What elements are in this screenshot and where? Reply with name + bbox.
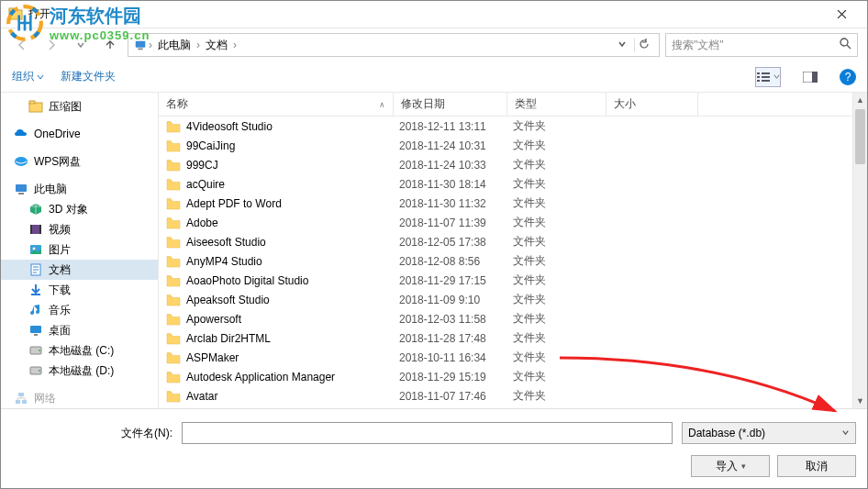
refresh-button[interactable] [634, 39, 653, 52]
sidebar-item[interactable]: 下载 [1, 280, 158, 300]
onedrive-icon [14, 127, 28, 141]
help-button[interactable]: ? [840, 69, 856, 85]
titlebar: 打开 [1, 1, 867, 28]
sidebar-item-label: 本地磁盘 (C:) [49, 343, 114, 359]
sidebar-item[interactable]: 文档 [1, 260, 158, 280]
sidebar-item[interactable]: 本地磁盘 (D:) [1, 361, 158, 381]
sidebar-item[interactable]: 图片 [1, 239, 158, 260]
file-type: 文件夹 [513, 330, 612, 346]
file-row[interactable]: Avatar2018-11-07 17:46文件夹 [159, 386, 852, 406]
sidebar-item[interactable]: WPS网盘 [1, 151, 158, 172]
search-input[interactable]: 搜索"文档" [665, 33, 858, 57]
svg-rect-6 [762, 72, 770, 74]
filetype-select[interactable]: Database (*.db) [682, 422, 856, 444]
recent-dropdown[interactable] [69, 33, 93, 57]
svg-rect-25 [34, 334, 38, 336]
forward-button[interactable] [39, 33, 63, 57]
file-name: acQuire [186, 178, 399, 191]
preview-pane-button[interactable] [797, 67, 823, 87]
file-row[interactable]: 99CaiJing2018-11-24 10:31文件夹 [159, 136, 852, 155]
breadcrumb-sep-icon: › [147, 39, 154, 51]
sidebar-item[interactable]: 桌面 [1, 320, 158, 340]
folder-icon [166, 332, 181, 345]
back-button[interactable] [10, 33, 34, 57]
download-icon [28, 283, 43, 297]
sidebar-item[interactable]: 本地磁盘 (C:) [1, 340, 158, 361]
view-mode-button[interactable] [755, 67, 781, 87]
sidebar-item[interactable]: 视频 [1, 219, 158, 239]
svg-rect-7 [757, 76, 760, 78]
sidebar-item-label: 下载 [49, 283, 71, 298]
svg-rect-9 [757, 80, 760, 82]
file-row[interactable]: AoaoPhoto Digital Studio2018-11-29 17:15… [159, 271, 852, 290]
file-row[interactable]: Apowersoft2018-12-03 11:58文件夹 [159, 309, 852, 328]
column-header-date[interactable]: 修改日期 [394, 93, 507, 116]
file-row[interactable]: Adobe2018-11-07 11:39文件夹 [159, 213, 852, 232]
bottom-panel: 文件名(N): Database (*.db) 导入▾ 取消 [1, 408, 867, 488]
file-name: Arclab Dir2HTML [186, 332, 399, 345]
file-row[interactable]: acQuire2018-11-30 18:14文件夹 [159, 174, 852, 194]
sidebar-item-label: OneDrive [34, 128, 81, 140]
column-headers: 名称∧ 修改日期 类型 大小 [159, 93, 852, 117]
svg-rect-19 [30, 225, 32, 234]
sidebar-item-label: 视频 [49, 222, 71, 238]
sidebar-item[interactable]: 此电脑 [1, 179, 158, 199]
breadcrumb-seg-pc[interactable]: 此电脑 [154, 38, 195, 53]
svg-rect-2 [136, 41, 146, 48]
folder-icon [166, 159, 181, 172]
breadcrumb-sep-icon: › [195, 39, 202, 51]
file-date: 2018-10-11 16:34 [399, 351, 513, 364]
address-dropdown[interactable] [614, 39, 630, 51]
file-name: AoaoPhoto Digital Studio [186, 274, 399, 287]
sidebar-item[interactable]: 音乐 [1, 300, 158, 320]
sidebar-item-label: 桌面 [49, 323, 71, 339]
nav-row: › 此电脑 › 文档 › 搜索"文档" [1, 28, 867, 61]
file-type: 文件夹 [513, 350, 612, 365]
folder-icon [166, 217, 181, 229]
close-button[interactable] [823, 2, 860, 28]
scroll-down-icon[interactable]: ▼ [853, 394, 867, 408]
sidebar-item-label: 文档 [49, 262, 71, 278]
svg-rect-5 [757, 72, 760, 74]
sidebar-item[interactable]: 3D 对象 [1, 199, 158, 219]
new-folder-button[interactable]: 新建文件夹 [61, 69, 116, 84]
chevron-down-icon [37, 73, 44, 81]
sidebar-item[interactable]: 压缩图 [1, 96, 158, 117]
file-row[interactable]: Adept PDF to Word2018-11-30 11:32文件夹 [159, 194, 852, 213]
cancel-button[interactable]: 取消 [777, 455, 856, 477]
address-bar[interactable]: › 此电脑 › 文档 › [128, 33, 660, 57]
file-row[interactable]: Arclab Dir2HTML2018-11-28 17:48文件夹 [159, 328, 852, 348]
vertical-scrollbar[interactable]: ▲ ▼ [852, 93, 867, 408]
file-row[interactable]: 999CJ2018-11-24 10:33文件夹 [159, 155, 852, 174]
column-header-size[interactable]: 大小 [606, 93, 698, 116]
file-date: 2018-12-11 13:11 [399, 120, 513, 133]
file-type: 文件夹 [513, 195, 612, 211]
file-row[interactable]: Apeaksoft Studio2018-11-09 9:10文件夹 [159, 290, 852, 309]
svg-rect-3 [138, 49, 142, 50]
folder-icon [166, 139, 181, 152]
file-type: 文件夹 [513, 311, 612, 327]
organize-button[interactable]: 组织 [12, 69, 44, 84]
file-row[interactable]: ASPMaker2018-10-11 16:34文件夹 [159, 348, 852, 367]
open-button[interactable]: 导入▾ [691, 455, 770, 477]
scroll-up-icon[interactable]: ▲ [853, 93, 867, 107]
dialog-icon [8, 7, 23, 22]
sidebar-item[interactable]: OneDrive [1, 124, 158, 144]
filename-input[interactable] [182, 422, 673, 444]
column-header-type[interactable]: 类型 [507, 93, 606, 116]
svg-rect-10 [762, 80, 770, 82]
sidebar-item-label: 音乐 [49, 303, 71, 318]
file-row[interactable]: 4Videosoft Studio2018-12-11 13:11文件夹 [159, 117, 852, 136]
breadcrumb-seg-docs[interactable]: 文档 [202, 38, 231, 53]
disk-icon [28, 363, 43, 378]
file-list[interactable]: 4Videosoft Studio2018-12-11 13:11文件夹99Ca… [159, 117, 852, 408]
open-file-dialog: 打开 › 此电脑 › 文档 › 搜索"文档" 组织 新建文件夹 [0, 0, 868, 489]
file-row[interactable]: Aiseesoft Studio2018-12-05 17:38文件夹 [159, 232, 852, 251]
file-row[interactable]: Autodesk Application Manager2018-11-29 1… [159, 367, 852, 386]
chevron-down-icon [76, 40, 85, 50]
up-button[interactable] [98, 33, 122, 57]
file-row[interactable]: AnyMP4 Studio2018-12-08 8:56文件夹 [159, 251, 852, 271]
column-header-name[interactable]: 名称∧ [159, 93, 394, 116]
sidebar-item[interactable]: 网络 [1, 388, 158, 408]
scrollbar-thumb[interactable] [855, 109, 865, 164]
